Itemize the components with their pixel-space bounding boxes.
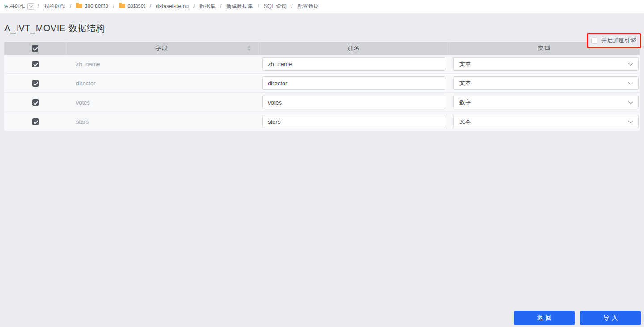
breadcrumb-item[interactable]: SQL 查询 [264, 3, 287, 10]
select-all-checkbox[interactable] [32, 45, 38, 52]
breadcrumb-item[interactable]: 数据集 [199, 3, 216, 10]
breadcrumb-separator: / [113, 3, 114, 9]
row-checkbox[interactable] [32, 118, 39, 125]
folder-icon [119, 4, 125, 8]
breadcrumb-item-label: 数据集 [199, 3, 216, 10]
table-row: zh_name 文本 [4, 54, 640, 74]
alias-input[interactable] [262, 115, 445, 128]
chevron-down-icon [29, 4, 33, 7]
type-value: 文本 [459, 79, 471, 87]
type-select[interactable]: 文本 [453, 115, 639, 128]
header-alias: 别名 [258, 42, 449, 54]
breadcrumb-item[interactable]: doc-demo [76, 3, 108, 9]
breadcrumb-item-label: 我的创作 [44, 3, 65, 10]
type-select[interactable]: 数字 [453, 96, 639, 109]
breadcrumb-item-label: dataset-demo [156, 3, 189, 9]
footer-actions: 返回 导入 [514, 311, 641, 325]
table-row: director 文本 [4, 74, 640, 93]
table-header-row: 字段 别名 类型 [4, 42, 640, 54]
chevron-down-icon [628, 99, 633, 104]
breadcrumb-separator: / [193, 3, 195, 9]
breadcrumb-item[interactable]: 配置数据 [297, 3, 319, 10]
alias-input[interactable] [262, 76, 445, 90]
chevron-down-icon [628, 61, 633, 66]
breadcrumb-item[interactable]: dataset-demo [156, 3, 189, 9]
breadcrumb-item-label: 新建数据集 [226, 3, 253, 10]
breadcrumb-item[interactable]: 我的创作 [44, 3, 65, 10]
field-name: stars [66, 118, 89, 125]
field-name: director [66, 80, 95, 87]
breadcrumb-separator: / [291, 3, 292, 9]
breadcrumb-item-label: doc-demo [85, 3, 108, 9]
field-name: votes [66, 99, 90, 106]
type-select[interactable]: 文本 [453, 57, 639, 71]
fields-table: 字段 别名 类型 zh_name 文本 [4, 42, 640, 131]
sort-arrows-icon[interactable] [247, 46, 251, 51]
breadcrumb-items: / 我的创作 / doc-demo / dataset / dataset-de… [34, 3, 319, 10]
type-select[interactable]: 文本 [453, 76, 639, 90]
header-field-label: 字段 [156, 44, 169, 52]
row-checkbox[interactable] [32, 80, 39, 87]
breadcrumb-separator: / [150, 3, 151, 9]
chevron-down-icon [628, 118, 633, 123]
app-switcher-dropdown[interactable] [27, 3, 34, 10]
breadcrumb-separator: / [220, 3, 221, 9]
breadcrumb-separator: / [70, 3, 71, 9]
breadcrumb-item[interactable]: dataset [119, 3, 145, 9]
table-row: stars 文本 [4, 112, 640, 131]
header-alias-label: 别名 [347, 44, 360, 52]
header-type-label: 类型 [538, 44, 551, 52]
breadcrumb-item-label: SQL 查询 [264, 3, 287, 10]
table-row: votes 数字 [4, 93, 640, 112]
table-body: zh_name 文本 director 文本 [4, 54, 640, 131]
breadcrumb-item-label: dataset [127, 3, 145, 9]
header-field: 字段 [66, 42, 258, 54]
folder-icon [76, 4, 82, 8]
alias-input[interactable] [262, 96, 445, 109]
row-checkbox[interactable] [32, 61, 39, 67]
page-title: A_IVT_MOVIE 数据结构 [4, 22, 644, 34]
breadcrumb-item[interactable]: 新建数据集 [226, 3, 253, 10]
breadcrumb-separator: / [38, 3, 39, 9]
row-checkbox[interactable] [32, 99, 39, 106]
chevron-down-icon [628, 80, 633, 85]
type-value: 数字 [459, 98, 471, 106]
type-value: 文本 [459, 60, 471, 68]
alias-input[interactable] [262, 57, 445, 71]
breadcrumb-root[interactable]: 应用创作 [4, 3, 25, 10]
field-name: zh_name [66, 61, 100, 67]
header-type: 类型 [449, 42, 640, 54]
breadcrumb-item-label: 配置数据 [297, 3, 319, 10]
header-select-all [4, 42, 66, 54]
type-value: 文本 [459, 117, 471, 126]
content-area: A_IVT_MOVIE 数据结构 开启加速引擎 字段 别名 类型 [0, 13, 644, 327]
import-button[interactable]: 导入 [580, 311, 641, 325]
breadcrumb-separator: / [258, 3, 259, 9]
breadcrumb: 应用创作 / 我的创作 / doc-demo / dataset / datas… [0, 0, 644, 13]
back-button[interactable]: 返回 [514, 311, 575, 325]
